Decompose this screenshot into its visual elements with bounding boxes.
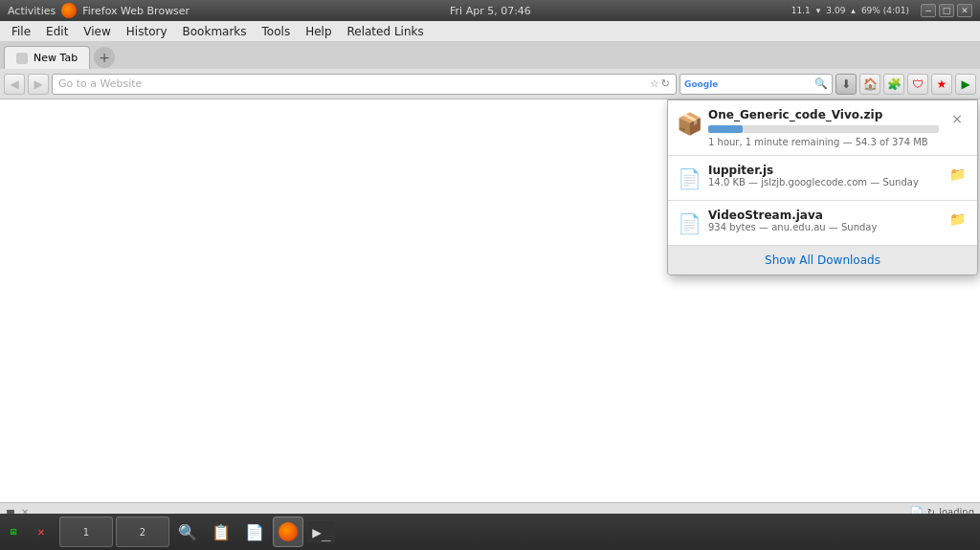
menu-history[interactable]: History (119, 23, 175, 40)
home-button[interactable]: 🏠 (859, 74, 880, 95)
download-folder-button-2[interactable]: 📁 (947, 164, 968, 185)
app-name-label: Firefox Web Browser (82, 5, 189, 17)
download-name-2: Iuppiter.js (708, 164, 939, 177)
taskbar: ⊞ ✕ 1 2 🔍 📋 📄 ▶_ (0, 514, 980, 550)
titlebar-network1: 11.1 (791, 6, 811, 15)
zip-icon: 📦 (677, 112, 702, 136)
clipboard-taskbar-icon: 📋 (212, 523, 231, 541)
download-meta-3: 934 bytes — anu.edu.au — Sunday (708, 222, 939, 232)
java-file-icon: 📄 (678, 212, 702, 235)
address-text: Go to a Website (58, 77, 142, 90)
forward-icon: ▶ (33, 77, 42, 91)
tab-label: New Tab (33, 52, 78, 64)
downloads-icon: ⬇ (841, 77, 851, 91)
search-taskbar-icon: 🔍 (178, 523, 197, 541)
titlebar-left: Activities Firefox Web Browser (8, 3, 189, 18)
titlebar-datetime: Fri Apr 5, 07:46 (450, 5, 531, 17)
indicator-icon: ⊞ (10, 527, 17, 537)
taskbar-stop[interactable]: ✕ (26, 517, 56, 547)
reload-icon[interactable]: ↻ (661, 77, 670, 90)
main-content: 📦 One_Generic_code_Vivo.zip 1 hour, 1 mi… (0, 99, 980, 502)
download-meta-2: 14.0 KB — jslzjb.googlecode.com — Sunday (708, 177, 939, 187)
download-cancel-button[interactable]: × (947, 108, 968, 129)
firefox-logo-icon (61, 3, 77, 18)
bookmark-star-icon[interactable]: ☆ (650, 77, 659, 90)
download-item-3[interactable]: 📄 VideoStream.java 934 bytes — anu.edu.a… (668, 201, 977, 246)
window-controls: − □ ✕ (921, 4, 972, 17)
menu-view[interactable]: View (76, 23, 118, 40)
navbar: ◀ ▶ Go to a Website ☆ ↻ Google 🔍 ⬇ 🏠 🧩 🛡… (0, 69, 980, 99)
menu-edit[interactable]: Edit (38, 23, 76, 40)
download-meta-1: 1 hour, 1 minute remaining — 54.3 of 374… (708, 137, 939, 147)
addon-icon: ★ (937, 77, 947, 91)
taskbar-workspace-1[interactable]: 1 (59, 517, 113, 547)
search-bar[interactable]: Google 🔍 (679, 74, 833, 95)
downloads-panel: 📦 One_Generic_code_Vivo.zip 1 hour, 1 mi… (667, 99, 978, 275)
download-file-icon-1: 📦 (678, 110, 701, 137)
download-folder-button-3[interactable]: 📁 (947, 209, 968, 230)
tab-favicon (16, 53, 28, 64)
show-all-downloads-link[interactable]: Show All Downloads (765, 253, 880, 267)
folder-icon-2: 📁 (949, 166, 966, 182)
titlebar: Activities Firefox Web Browser Fri Apr 5… (0, 0, 980, 21)
titlebar-network2: 3.09 (826, 6, 845, 15)
download-progress-bar-1 (708, 125, 743, 133)
more-icon: ▶ (961, 77, 969, 91)
extension-icon: 🧩 (887, 77, 902, 91)
download-info-3: VideoStream.java 934 bytes — anu.edu.au … (708, 209, 939, 232)
taskbar-clipboard[interactable]: 📋 (206, 517, 236, 547)
back-icon: ◀ (10, 77, 18, 91)
taskbar-terminal[interactable]: ▶_ (306, 517, 337, 547)
stop-taskbar-icon: ✕ (37, 527, 45, 538)
activities-label[interactable]: Activities (8, 5, 56, 17)
download-progress-wrap-1 (708, 125, 939, 133)
browser-tab[interactable]: New Tab (4, 46, 90, 69)
show-all-downloads-section: Show All Downloads (668, 246, 977, 275)
menu-related-links[interactable]: Related Links (340, 23, 432, 40)
extensions-button[interactable]: 🧩 (883, 74, 904, 95)
files-taskbar-icon: 📄 (245, 523, 264, 541)
back-button[interactable]: ◀ (4, 74, 25, 95)
add-tab-button[interactable]: + (94, 47, 115, 68)
js-file-icon: 📄 (678, 167, 702, 190)
taskbar-workspace-2[interactable]: 2 (116, 517, 169, 547)
download-info-1: One_Generic_code_Vivo.zip 1 hour, 1 minu… (708, 108, 939, 147)
titlebar-right: 11.1 ▾ 3.09 ▴ 69% (4:01) − □ ✕ (791, 4, 972, 17)
maximize-button[interactable]: □ (939, 4, 954, 17)
download-file-icon-3: 📄 (678, 210, 701, 237)
download-item-2[interactable]: 📄 Iuppiter.js 14.0 KB — jslzjb.googlecod… (668, 156, 977, 201)
menu-help[interactable]: Help (298, 23, 339, 40)
download-item-1[interactable]: 📦 One_Generic_code_Vivo.zip 1 hour, 1 mi… (668, 100, 977, 156)
menu-file[interactable]: File (4, 23, 38, 40)
minimize-button[interactable]: − (921, 4, 936, 17)
folder-icon-3: 📁 (949, 211, 966, 227)
menu-bookmarks[interactable]: Bookmarks (175, 23, 255, 40)
menubar: File Edit View History Bookmarks Tools H… (0, 21, 980, 42)
more-tools-button[interactable]: ▶ (955, 74, 976, 95)
download-name-3: VideoStream.java (708, 209, 939, 222)
taskbar-search[interactable]: 🔍 (172, 517, 203, 547)
download-name-1: One_Generic_code_Vivo.zip (708, 108, 939, 121)
download-file-icon-2: 📄 (678, 165, 701, 192)
menu-tools[interactable]: Tools (255, 23, 299, 40)
home-icon: 🏠 (863, 77, 878, 91)
search-icon[interactable]: 🔍 (814, 77, 828, 90)
taskbar-firefox[interactable] (273, 517, 303, 547)
taskbar-files[interactable]: 📄 (239, 517, 270, 547)
firefox-taskbar-icon (278, 522, 298, 541)
adblock-button[interactable]: 🛡 (907, 74, 928, 95)
search-engine-logo: Google (684, 79, 718, 89)
address-icons: ☆ ↻ (650, 77, 670, 90)
taskbar-indicator: ⊞ (4, 517, 23, 547)
workspace-2-label: 2 (140, 527, 145, 538)
close-button[interactable]: ✕ (957, 4, 972, 17)
address-bar[interactable]: Go to a Website ☆ ↻ (52, 74, 677, 95)
titlebar-battery: 69% (4:01) (861, 6, 909, 15)
tabbar: New Tab + (0, 42, 980, 69)
forward-button[interactable]: ▶ (28, 74, 49, 95)
addon-button[interactable]: ★ (931, 74, 952, 95)
download-info-2: Iuppiter.js 14.0 KB — jslzjb.googlecode.… (708, 164, 939, 187)
downloads-button[interactable]: ⬇ (835, 74, 857, 95)
terminal-taskbar-icon: ▶_ (308, 521, 334, 543)
adblock-icon: 🛡 (912, 77, 924, 91)
